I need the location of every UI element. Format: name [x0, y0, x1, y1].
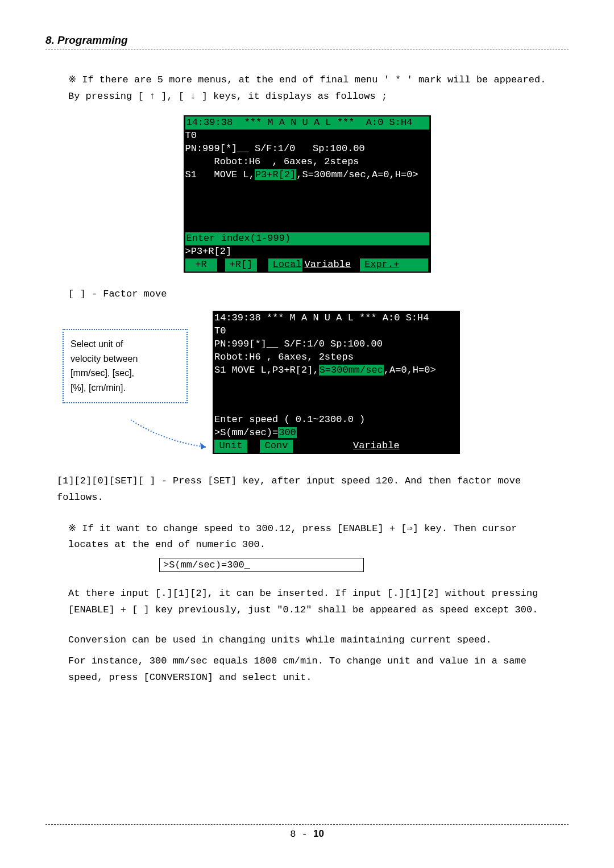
callout-l2: velocity between — [70, 354, 138, 364]
page-bold: 10 — [313, 828, 324, 839]
term2-statusbar: 14:39:38 *** M A N U A L *** A:0 S:H4 — [214, 312, 429, 323]
term2-l4-highlight: S=300mm/sec — [319, 365, 384, 375]
factor-move-heading: [ ] - Factor move — [68, 289, 569, 299]
softkey-variable[interactable]: Variable — [304, 258, 352, 272]
term2-entry-a: >S(mm/sec)= — [214, 427, 278, 438]
softkey-local[interactable]: Local — [268, 258, 304, 272]
callout-l1: Select unit of — [70, 339, 123, 349]
term1-entry: >P3+R[2] — [185, 245, 429, 258]
softkey-unit[interactable]: Unit — [214, 440, 248, 453]
softkey-plus-r[interactable]: +R — [185, 258, 218, 272]
softkey-variable[interactable]: Variable — [351, 440, 402, 453]
term2-l4a: S1 MOVE L,P3+R[2], — [214, 365, 319, 375]
step-instruction: [1][2][0][SET][ ] - Press [SET] key, aft… — [57, 473, 563, 506]
softkey-gap — [352, 258, 360, 272]
term1-l2: PN:999[*]__ S/F:1/0 Sp:100.00 — [185, 143, 429, 156]
speed-input-example: >S(mm/sec)=300_ — [159, 558, 364, 572]
term1-blank — [185, 181, 429, 232]
term2-l2: PN:999[*]__ S/F:1/0 Sp:100.00 — [214, 338, 458, 351]
page-number: 8 - 10 — [290, 829, 324, 840]
conversion-note-1: Conversion can be used in changing units… — [68, 632, 563, 649]
term1-l4b: ,S=300mm/sec,A=0,H=0> — [296, 169, 418, 180]
term2-softkeys: Unit Conv Variable — [214, 440, 458, 453]
term1-l4-highlight: P3+R[2] — [255, 169, 296, 180]
term1-l4: S1 MOVE L,P3+R[2],S=300mm/sec,A=0,H=0> — [185, 169, 429, 182]
intro-paragraph: ※ If there are 5 more menus, at the end … — [68, 72, 563, 105]
diagram-row: Select unit of velocity between [mm/sec]… — [63, 311, 569, 454]
softkey-gap — [218, 258, 225, 272]
chapter-header: 8. Programming — [45, 34, 569, 47]
term1-l3: Robot:H6 , 6axes, 2steps — [185, 156, 429, 169]
softkey-gap — [248, 440, 260, 453]
term2-prompt: Enter speed ( 0.1~2300.0 ) — [214, 414, 365, 425]
terminal-screen-2: 14:39:38 *** M A N U A L *** A:0 S:H4 T0… — [213, 311, 460, 454]
term1-l1: T0 — [185, 130, 429, 143]
term1-statusbar: 14:39:38 *** M A N U A L *** A:0 S:H4 — [185, 116, 429, 130]
footer-divider — [45, 824, 569, 825]
term2-entry: >S(mm/sec)=300 — [214, 427, 458, 440]
intro-line2: By pressing [ ↑ ], [ ↓ ] keys, it displa… — [68, 91, 387, 102]
softkey-gap — [258, 258, 268, 272]
softkey-plus-r-bracket[interactable]: +R[] — [225, 258, 258, 272]
note-change-speed: ※ If it want to change speed to 300.12, … — [68, 521, 563, 554]
callout-box: Select unit of velocity between [mm/sec]… — [63, 329, 188, 403]
term2-l4: S1 MOVE L,P3+R[2],S=300mm/sec,A=0,H=0> — [214, 364, 458, 377]
header-divider — [45, 49, 569, 49]
softkey-gap — [294, 440, 351, 453]
callout-l3: [mm/sec], [sec], — [70, 368, 134, 378]
svg-marker-0 — [200, 443, 206, 449]
term2-blank — [214, 377, 458, 414]
page-prefix: 8 - — [290, 829, 313, 840]
softkey-gap — [402, 440, 458, 453]
softkey-expr[interactable]: Expr.+ — [360, 258, 429, 272]
term2-l1: T0 — [214, 325, 458, 338]
conversion-note-2: For instance, 300 mm/sec equals 1800 cm/… — [68, 653, 563, 686]
arrow-connector — [130, 419, 213, 453]
term2-l4b: ,A=0,H=0> — [384, 365, 436, 375]
term2-l3: Robot:H6 , 6axes, 2steps — [214, 351, 458, 364]
insert-note: At there input [.][1][2], it can be inse… — [68, 586, 563, 619]
term1-softkeys: +R +R[] Local Variable Expr.+ — [185, 258, 429, 272]
term2-entry-hl: 300 — [278, 427, 297, 438]
term1-prompt: Enter index(1-999) — [185, 232, 429, 245]
callout-l4: [%], [cm/min]. — [70, 383, 126, 393]
page-footer: 8 - 10 — [45, 824, 569, 840]
intro-line1: ※ If there are 5 more menus, at the end … — [68, 74, 546, 85]
terminal-screen-1: 14:39:38 *** M A N U A L *** A:0 S:H4 T0… — [184, 115, 431, 273]
softkey-conv[interactable]: Conv — [260, 440, 294, 453]
term1-l4a: S1 MOVE L, — [185, 169, 255, 180]
